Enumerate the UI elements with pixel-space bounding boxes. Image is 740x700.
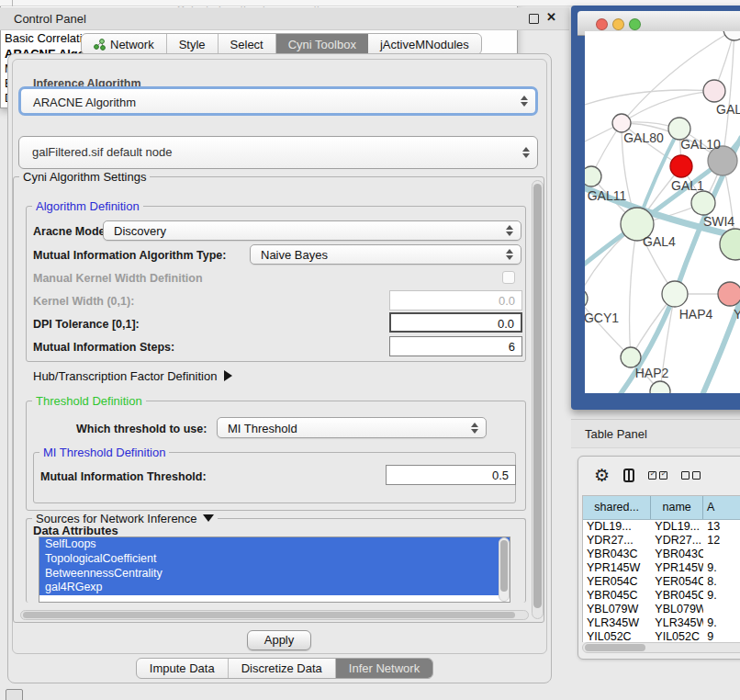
network-window: GALGAL80GAL10GAL1GAL11GAL4SWI4HAP4YGCY1H… — [571, 6, 740, 410]
combo-arrows-icon — [522, 147, 530, 158]
column-header[interactable]: shared... — [583, 496, 651, 519]
node-pink-red[interactable] — [718, 282, 740, 306]
table-cell: YDL19... — [651, 520, 703, 534]
table-cell: YBL079W — [651, 603, 703, 616]
mi-algorithm-type-combobox[interactable]: Naive Bayes — [250, 244, 521, 265]
tab-cyni-toolbox[interactable]: Cyni Toolbox — [276, 34, 368, 54]
column-header[interactable]: A — [703, 496, 740, 519]
mi-algorithm-type-label: Mutual Information Algorithm Type: — [33, 249, 226, 262]
tab-network[interactable]: Network — [82, 34, 167, 54]
collapse-down-icon[interactable] — [203, 514, 214, 522]
node-label: Y — [734, 307, 740, 322]
which-threshold-label: Which threshold to use: — [76, 423, 207, 435]
network-graph[interactable]: GALGAL80GAL10GAL1GAL11GAL4SWI4HAP4YGCY1H… — [585, 31, 740, 393]
dpi-tolerance-input[interactable]: 0.0 — [389, 312, 522, 333]
node-table[interactable]: shared...nameAYDL19...YDL19...13YDR27...… — [582, 495, 740, 642]
tab-select[interactable]: Select — [219, 34, 276, 54]
combo-arrows-icon — [521, 96, 528, 107]
table-row[interactable]: YDR27...YDR27...12 — [583, 534, 740, 548]
node-label: GAL80 — [623, 130, 664, 145]
table-cell: YIL052C — [651, 630, 703, 642]
maximize-window-icon[interactable] — [629, 18, 641, 30]
table-cell: YPR145W — [583, 561, 651, 575]
table-row[interactable]: YDL19...YDL19...13 — [583, 520, 740, 534]
bottom-tab-bar: Impute DataDiscretize DataInfer Network — [136, 658, 433, 679]
node-top[interactable] — [723, 31, 740, 40]
control-panel-tab-bar: NetworkStyleSelectCyni ToolboxjActiveMNo… — [81, 33, 482, 55]
table-cell: YBR043C — [583, 548, 651, 561]
settings-vertical-scrollbar[interactable] — [532, 180, 544, 619]
settings-horizontal-scrollbar[interactable] — [20, 610, 529, 620]
table-row[interactable]: YPR145WYPR145W9. — [583, 561, 740, 575]
algorithm-combobox[interactable]: ARACNE Algorithm — [18, 86, 538, 116]
attribute-item[interactable]: gal4RGexp — [39, 581, 510, 595]
tab-impute-data[interactable]: Impute Data — [137, 659, 229, 678]
table-cell: YPR145W — [651, 561, 703, 575]
table-cell: 9. — [703, 616, 740, 630]
node-red[interactable] — [670, 155, 692, 177]
manual-kernel-width-checkbox[interactable] — [502, 271, 515, 284]
table-row[interactable]: YLR345WYLR345W9. — [583, 616, 740, 630]
table-row[interactable]: YER054CYER054C8. — [583, 575, 740, 589]
network-icon — [94, 39, 106, 51]
table-row[interactable]: YBL079WYBL079W — [583, 603, 740, 616]
column-header[interactable]: name — [651, 496, 703, 519]
close-window-icon[interactable] — [596, 18, 608, 30]
hub-transcription-factor-toggle[interactable]: Hub/Transcription Factor Definition — [33, 369, 232, 383]
table-panel-title: Table Panel — [585, 427, 647, 441]
network-canvas[interactable]: GALGAL80GAL10GAL1GAL11GAL4SWI4HAP4YGCY1H… — [585, 31, 740, 393]
node-hap4[interactable] — [662, 281, 688, 307]
tab-style[interactable]: Style — [167, 34, 219, 54]
tab-discretize-data[interactable]: Discretize Data — [229, 659, 336, 678]
select-checkboxes-icon[interactable] — [648, 471, 667, 480]
attribute-item[interactable]: BetweennessCentrality — [39, 567, 510, 581]
table-data-combobox[interactable]: galFiltered.sif default node — [18, 136, 538, 169]
data-attributes-list[interactable]: SelfLoopsTopologicalCoefficientBetweenne… — [39, 536, 510, 603]
combo-arrows-icon — [506, 249, 513, 260]
table-cell: 9. — [703, 589, 740, 603]
which-threshold-combobox[interactable]: MI Threshold — [217, 417, 487, 438]
expand-right-icon[interactable] — [224, 370, 232, 381]
table-cell: 8. — [703, 575, 740, 589]
node-hap2[interactable] — [621, 347, 641, 367]
node-label: HAP2 — [635, 366, 669, 380]
float-panel-icon[interactable] — [529, 14, 539, 24]
table-header-row: shared...nameA — [583, 496, 740, 520]
network-edge[interactable] — [585, 299, 631, 357]
node-gal1[interactable] — [691, 191, 715, 215]
minimize-window-icon[interactable] — [612, 18, 624, 30]
gear-icon[interactable]: ⚙ — [594, 467, 610, 484]
attributes-scrollbar[interactable] — [499, 537, 510, 602]
table-cell: 9. — [703, 561, 740, 575]
apply-button[interactable]: Apply — [247, 630, 311, 650]
mi-threshold-input[interactable]: 0.5 — [386, 465, 516, 485]
kernel-width-input[interactable]: 0.0 — [389, 290, 522, 310]
table-panel-titlebar: Table Panel — [571, 419, 740, 448]
node-gal-pink[interactable] — [703, 80, 725, 102]
tab-infer-network[interactable]: Infer Network — [336, 659, 432, 678]
node-label: GAL4 — [643, 234, 676, 249]
attribute-item[interactable]: TopologicalCoefficient — [39, 552, 510, 567]
data-attributes-label: Data Attributes — [33, 524, 118, 537]
mi-steps-input[interactable]: 6 — [389, 336, 522, 356]
attribute-item[interactable]: SelfLoops — [39, 537, 510, 552]
node-left-green[interactable] — [585, 166, 601, 186]
clear-checkboxes-icon[interactable] — [681, 471, 701, 480]
screen: Control Panel ✕ NetworkStyleSelectCyni T… — [0, 0, 740, 700]
table-cell: 12 — [703, 534, 740, 548]
tab-jactivemnodules[interactable]: jActiveMNodules — [368, 34, 481, 54]
table-window: ⚙ shared...nameAYDL19...YDL19...13YDR27.… — [577, 456, 740, 660]
table-horizontal-scrollbar[interactable] — [582, 642, 740, 653]
network-edge[interactable] — [630, 224, 637, 357]
close-icon[interactable]: ✕ — [546, 10, 556, 24]
mi-steps-label: Mutual Information Steps: — [33, 341, 174, 354]
minimized-panel-icon[interactable] — [6, 689, 23, 700]
table-row[interactable]: YBR045CYBR045C9. — [583, 589, 740, 603]
node-gcy1[interactable] — [585, 288, 588, 309]
split-columns-icon[interactable] — [623, 469, 634, 482]
table-cell: YER054C — [651, 575, 703, 589]
node-gal80[interactable] — [612, 114, 631, 132]
table-row[interactable]: YBR043CYBR043C — [583, 548, 740, 561]
aracne-mode-combobox[interactable]: Discovery — [103, 220, 521, 241]
table-row[interactable]: YIL052CYIL052C9 — [583, 630, 740, 642]
